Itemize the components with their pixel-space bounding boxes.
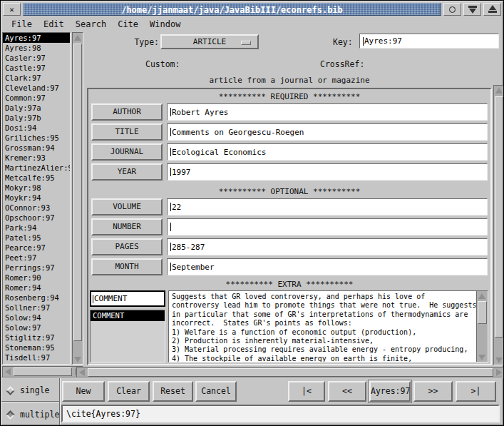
list-item[interactable]: Patel:95 [3,233,70,243]
list-item[interactable]: Solow:94 [3,313,70,323]
scroll-up-icon[interactable] [494,86,504,95]
window-close-button[interactable]: ✕ [3,3,21,16]
radio-single[interactable]: single [7,385,50,395]
list-item[interactable]: Romer:94 [3,283,70,293]
month-field[interactable]: September [167,258,488,275]
title-field-button[interactable]: TITLE [91,123,163,141]
shade-down-icon [468,5,477,14]
list-item[interactable]: OConnor:93 [3,203,70,213]
scroll-left-icon[interactable] [3,367,13,376]
pages-field-button[interactable]: PAGES [91,238,163,255]
list-item[interactable]: Castle:97 [3,63,70,73]
menu-cite[interactable]: Cite [112,18,144,31]
title-field[interactable]: Comments on Georgescu-Roegen [167,123,488,141]
menu-edit[interactable]: Edit [38,18,70,31]
nav-current-entry-button[interactable]: Ayres:97 [369,381,411,402]
menu-file[interactable]: File [6,18,38,31]
nav-next-button[interactable]: >> [413,381,453,402]
custom-label[interactable]: Custom: [145,59,180,69]
list-item[interactable]: Tisdell:97 [3,353,70,362]
scrollbar-thumb[interactable] [478,301,487,324]
list-item[interactable]: Perrings:97 [3,263,70,273]
year-field[interactable]: 1997 [167,163,488,181]
key-field[interactable]: Ayres:97 [359,34,499,49]
volume-field[interactable]: 22 [167,198,488,215]
new-button[interactable]: New [62,381,105,402]
list-item[interactable]: Sollner:97 [3,303,70,313]
list-item[interactable]: Kremer:93 [3,153,70,163]
list-item[interactable]: Stoneman:95 [3,343,70,353]
reset-button[interactable]: Reset [153,381,193,402]
list-item[interactable]: MartinezAlier:97 [3,163,70,173]
clear-button[interactable]: Clear [108,381,150,402]
list-item[interactable]: Romer:90 [3,273,70,283]
list-item[interactable]: Metcalfe:95 [3,173,70,183]
window-title[interactable]: /home/jjanmaat/java/JavaBibIII/econrefs.… [23,3,441,16]
list-item[interactable]: Pearce:97 [3,243,70,253]
menu-search[interactable]: Search [70,18,112,31]
list-item[interactable]: Daly:97a [3,103,70,113]
form-hscrollbar[interactable] [76,367,504,378]
volume-field-button[interactable]: VOLUME [91,198,163,215]
scrollbar-thumb[interactable] [88,368,493,377]
entry-list-hscrollbar[interactable] [2,366,83,377]
entry-list: Ayres:97Ayres:98Casler:97Castle:97Clark:… [2,32,71,365]
list-item[interactable]: Common:97 [3,93,70,103]
nav-first-button[interactable]: |< [288,381,325,402]
scroll-right-icon[interactable] [494,367,504,377]
pages-field[interactable]: 285-287 [167,238,488,255]
list-item[interactable]: Opschoor:97 [3,213,70,223]
list-item[interactable]: Rosenberg:94 [3,293,70,303]
list-item[interactable]: Moykr:94 [3,193,70,203]
list-item[interactable]: Ayres:97 [3,33,70,43]
year-field-button[interactable]: YEAR [91,163,163,181]
author-field[interactable]: Robert Ayres [167,103,488,121]
list-item[interactable]: Mokyr:98 [3,183,70,193]
extra-field-input[interactable]: COMMENT [90,290,165,307]
journal-field-button[interactable]: JOURNAL [91,143,163,161]
month-field-button[interactable]: MONTH [91,258,163,275]
scrollbar-thumb[interactable] [73,44,82,341]
scrollbar-thumb[interactable] [495,96,503,338]
window-shade-button[interactable] [463,3,481,16]
scroll-left-icon[interactable] [77,367,87,377]
radio-multiple[interactable]: multiple [7,410,59,420]
window-raise-button[interactable] [483,3,501,16]
entry-list-vscrollbar[interactable] [72,32,83,365]
list-item[interactable]: Casler:97 [3,53,70,63]
scroll-down-icon[interactable] [477,353,487,362]
list-item[interactable]: Ayres:98 [3,43,70,53]
text-caret [170,128,171,136]
list-item[interactable]: Stiglitz:97 [3,333,70,343]
number-field-button[interactable]: NUMBER [91,218,163,235]
list-item[interactable]: Peet:97 [3,253,70,263]
form-vscrollbar[interactable] [493,85,504,365]
author-field-button[interactable]: AUTHOR [91,103,163,121]
list-item[interactable]: Solow:97 [3,323,70,333]
nav-last-button[interactable]: >| [456,381,496,402]
scroll-down-icon[interactable] [494,355,504,365]
nav-prev-button[interactable]: << [328,381,366,402]
scroll-down-icon[interactable] [73,355,83,364]
crossref-label[interactable]: CrossRef: [320,59,364,69]
scrollbar-thumb[interactable] [14,367,72,376]
list-item[interactable]: Park:94 [3,223,70,233]
list-item[interactable]: Grossman:94 [3,143,70,153]
journal-field[interactable]: Ecological Economics [167,143,488,161]
cancel-button[interactable]: Cancel [195,381,237,402]
comment-textarea[interactable]: Suggests that GR loved controversy, and … [169,291,476,362]
list-item[interactable]: Griliches:95 [3,133,70,143]
scroll-up-icon[interactable] [477,291,487,300]
number-field[interactable] [167,218,488,235]
type-select[interactable]: ARTICLE [160,34,259,49]
window-menu-button[interactable] [443,3,461,16]
cite-field[interactable]: \cite{Ayres:97} [61,405,500,422]
scroll-up-icon[interactable] [73,33,83,42]
list-item[interactable]: Dosi:94 [3,123,70,133]
list-item[interactable]: Clark:97 [3,73,70,83]
comment-vscrollbar[interactable] [476,291,488,362]
list-item[interactable]: COMMENT [91,310,165,321]
list-item[interactable]: Cleveland:97 [3,83,70,93]
menu-window[interactable]: Window [144,18,186,31]
list-item[interactable]: Daly:97b [3,113,70,123]
